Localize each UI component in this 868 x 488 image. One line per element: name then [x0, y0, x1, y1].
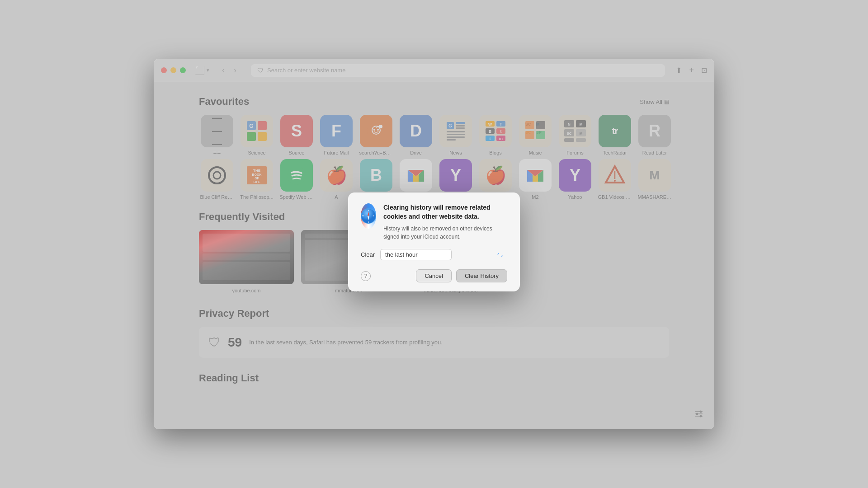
clear-label: Clear [361, 251, 375, 258]
browser-window: ⬜ ▾ ‹ › 🛡 Search or enter website name ⬆… [154, 59, 714, 429]
svg-text:E: E [373, 215, 374, 217]
clear-row: Clear the last hour today today and yest… [361, 249, 507, 260]
safari-compass-svg: N S W E [361, 203, 376, 229]
dialog-content: N S W E Clearing history will remove rel… [361, 203, 507, 241]
cancel-button[interactable]: Cancel [416, 269, 451, 282]
clear-history-button[interactable]: Clear History [456, 269, 507, 282]
svg-text:W: W [362, 215, 363, 217]
clear-history-dialog: N S W E Clearing history will remove rel… [348, 192, 520, 291]
time-range-select-wrapper[interactable]: the last hour today today and yesterday … [380, 249, 507, 260]
safari-icon: N S W E [361, 203, 376, 229]
dialog-title: Clearing history will remove related coo… [383, 203, 507, 221]
dialog-text: Clearing history will remove related coo… [383, 203, 507, 241]
svg-text:N: N [368, 210, 369, 211]
dialog-subtitle: History will also be removed on other de… [383, 225, 507, 241]
svg-text:S: S [368, 221, 369, 223]
help-button[interactable]: ? [361, 271, 371, 281]
time-range-select[interactable]: the last hour today today and yesterday … [380, 249, 452, 260]
dialog-buttons: ? Cancel Clear History [361, 269, 507, 282]
